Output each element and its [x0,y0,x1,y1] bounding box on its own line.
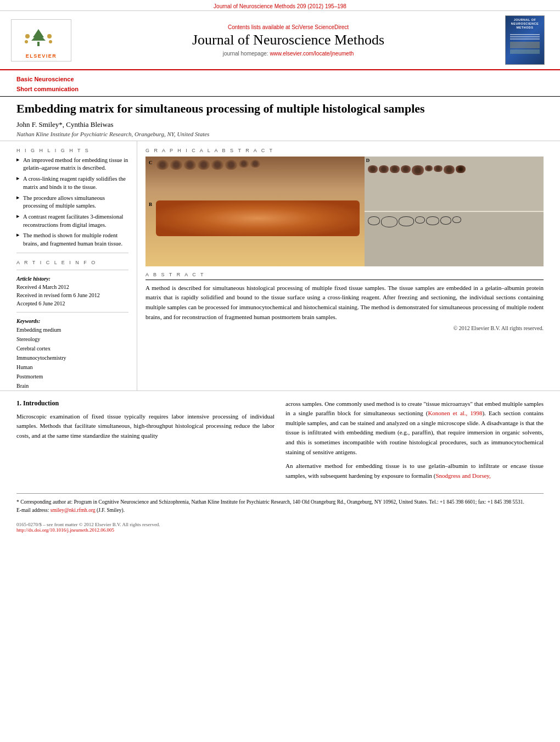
sciverse-link[interactable]: SciVerse ScienceDirect [292,24,349,30]
journal-citation-bar: Journal of Neuroscience Methods 209 (201… [0,0,560,11]
abstract-divider [145,280,544,280]
ga-left-panel: C B [145,157,365,266]
history-label: Article history: [16,276,128,282]
keywords-block: Keywords: Embedding medium Stereology Ce… [16,318,128,390]
accepted-date: Accepted 6 June 2012 [16,299,128,308]
abstract-section-label: A B S T R A C T [145,272,544,277]
svg-point-6 [25,40,28,43]
highlight-item-2: A cross-linking reagent rapidly solidifi… [16,175,128,191]
body-section: 1. Introduction Microscopic examination … [0,391,560,494]
divider-keywords [16,312,128,313]
abstract-text: A method is described for simultaneous h… [145,283,544,322]
received-date: Received 4 March 2012 [16,283,128,291]
body-left-column: 1. Introduction Microscopic examination … [16,399,275,486]
keyword-5: Human [16,362,128,372]
issn-text: 0165-0270/$ – see front matter © 2012 El… [16,522,544,527]
journal-citation-text: Journal of Neuroscience Methods 209 (201… [214,3,346,9]
homepage-link[interactable]: www.elsevier.com/locate/jneumeth [270,51,354,57]
left-column: H I G H L I G H T S An improved method f… [16,141,137,390]
copyright-text: © 2012 Elsevier B.V. All rights reserved… [145,325,544,331]
bottom-bar: 0165-0270/$ – see front matter © 2012 El… [0,518,560,536]
introduction-heading: 1. Introduction [16,399,275,408]
intro-para2-text: across samples. One commonly used method… [285,400,544,455]
footnote-text: * Corresponding author at: Program in Co… [16,498,544,506]
highlights-section-label: H I G H L I G H T S [16,148,128,153]
svg-point-4 [25,34,30,38]
right-column: G R A P H I C A L A B S T R A C T C [137,141,544,390]
divider-highlights-articleinfo [16,253,128,253]
elsevier-tree-icon [22,26,55,47]
article-type-section: Basic Neuroscience Short communication [0,70,560,97]
cover-title-text: JOURNAL OF NEUROSCIENCE METHODS [511,18,539,30]
article-history-block: Article history: Received 4 March 2012 R… [16,276,128,308]
highlights-list: An improved method for embedding tissue … [16,157,128,248]
intro-paragraph-3: An alternative method for embedding tiss… [285,461,544,481]
snodgress-citation[interactable]: Snodgress and Dorsey, [435,472,490,479]
intro-para3-text: An alternative method for embedding tiss… [285,462,544,479]
intro-paragraph-1: Microscopic examination of fixed tissue … [16,412,275,441]
graphical-abstract-image: C B [145,157,544,266]
contents-available-text: Contents lists available at SciVerse Sci… [71,24,505,30]
svg-point-7 [49,40,52,43]
article-authors: John F. Smiley*, Cynthia Bleiwas [16,120,544,129]
highlight-item-3: The procedure allows simultaneous proces… [16,194,128,210]
keywords-label: Keywords: [16,318,128,324]
article-title-section: Embedding matrix for simultaneous proces… [0,97,560,141]
body-two-col-layout: 1. Introduction Microscopic examination … [16,399,544,486]
graphical-abstract-label: G R A P H I C A L A B S T R A C T [145,148,544,153]
keyword-3: Cerebral cortex [16,344,128,353]
article-type-label: Basic Neuroscience Short communication [16,75,544,94]
main-content-area: H I G H L I G H T S An improved method f… [0,141,560,391]
journal-header: ELSEVIER Contents lists available at Sci… [0,11,560,70]
ga-right-panel: D [365,157,544,266]
intro-paragraph-2: across samples. One commonly used method… [285,399,544,458]
cover-decorative-lines [508,33,542,55]
email-link[interactable]: smiley@nki.rfmh.org [51,507,96,513]
journal-title-center: Contents lists available at SciVerse Sci… [71,24,505,57]
article-title: Embedding matrix for simultaneous proces… [16,101,544,117]
highlight-item-5: The method is shown for multiple rodent … [16,232,128,248]
footnote-section: * Corresponding author at: Program in Co… [16,493,544,518]
journal-homepage-line: journal homepage: www.elsevier.com/locat… [71,51,505,57]
kononen-citation[interactable]: Kononen et al., 1998 [428,410,482,416]
footnote-email: E-mail address: smiley@nki.rfmh.org (J.F… [16,506,544,514]
svg-rect-1 [37,42,40,46]
keyword-1: Embedding medium [16,325,128,334]
elsevier-brand-text: ELSEVIER [14,53,69,59]
article-affiliation: Nathan Kline Institute for Psychiatric R… [16,131,544,137]
elsevier-logo: ELSEVIER [11,19,71,62]
keyword-7: Brain [16,381,128,390]
highlight-item-1: An improved method for embedding tissue … [16,157,128,172]
svg-point-5 [47,34,52,38]
article-info-section-label: A R T I C L E I N F O [16,260,128,265]
journal-main-title: Journal of Neuroscience Methods [71,32,505,48]
doi-link[interactable]: http://dx.doi.org/10.1016/j.jneumeth.201… [16,527,114,533]
divider-articleinfo-top [16,270,128,270]
keyword-6: Postmortem [16,372,128,381]
keywords-list: Embedding medium Stereology Cerebral cor… [16,325,128,390]
body-right-column: across samples. One commonly used method… [285,399,544,486]
keyword-4: Immunocytochemistry [16,353,128,362]
journal-cover-image: JOURNAL OF NEUROSCIENCE METHODS [505,15,549,65]
highlight-item-4: A contrast reagent facilitates 3-dimensi… [16,213,128,229]
keyword-2: Stereology [16,334,128,344]
doi-text: http://dx.doi.org/10.1016/j.jneumeth.201… [16,527,544,533]
received-revised-date: Received in revised form 6 June 2012 [16,291,128,299]
